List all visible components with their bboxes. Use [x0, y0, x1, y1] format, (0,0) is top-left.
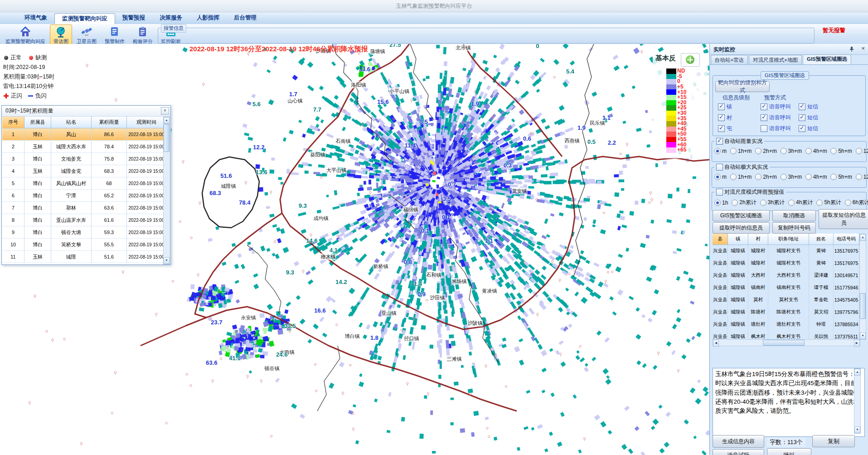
- radio-button[interactable]: [760, 200, 766, 206]
- table-row[interactable]: 11玉林城隍51.62022-08-19 15:00: [2, 251, 166, 263]
- rain-col-header[interactable]: 累积雨量: [92, 117, 127, 128]
- radio-button[interactable]: [856, 148, 862, 154]
- scroll-up-icon[interactable]: ▲: [854, 369, 860, 376]
- scroll-right-icon[interactable]: ▶: [854, 340, 860, 347]
- scroll-thumb[interactable]: [763, 340, 805, 346]
- radio-option[interactable]: 5h+m: [830, 148, 852, 154]
- close-icon[interactable]: ×: [161, 107, 169, 115]
- panel-tab-1[interactable]: 对流尺度模式+地图: [749, 55, 802, 64]
- toolbar-button-home[interactable]: 监测预警靶向叫应: [2, 24, 49, 46]
- checkbox-voice-call[interactable]: [761, 103, 767, 110]
- radio-button[interactable]: [845, 200, 851, 206]
- table-row[interactable]: 2玉林城隍大西水库78.42022-08-19 15:00: [2, 141, 166, 153]
- call-level-button[interactable]: 靶向叫应的级别和方式: [715, 81, 770, 92]
- menu-tab-0[interactable]: 环境气象: [17, 12, 54, 24]
- menu-tab-5[interactable]: 后台管理: [227, 12, 264, 24]
- message-scrollbar[interactable]: ▲▼: [854, 368, 861, 434]
- contact-row[interactable]: 兴业县城隍镇大西村大西村支书梁泽建130149571: [713, 269, 859, 282]
- checkbox-sms[interactable]: [799, 114, 805, 121]
- table-row[interactable]: 8博白亚山温罗水库61.62022-08-19 15:00: [2, 214, 166, 226]
- panel-header[interactable]: 实时监控 ×: [710, 44, 868, 55]
- scroll-down-icon[interactable]: ▼: [164, 257, 170, 264]
- radio-option[interactable]: 5h累计: [816, 199, 841, 206]
- scroll-down-icon[interactable]: ▼: [854, 426, 860, 433]
- radio-button[interactable]: [730, 174, 737, 180]
- cancel-select-button[interactable]: 取消圈选: [772, 210, 816, 221]
- contact-row[interactable]: 兴业县城隍镇塘肚村塘肚村支书钟塔137885534: [713, 318, 859, 331]
- radio-button[interactable]: [730, 148, 737, 154]
- radio-button[interactable]: [781, 148, 787, 154]
- radio-option[interactable]: 4h+m: [805, 174, 827, 180]
- checkbox-group[interactable]: [716, 189, 723, 196]
- scroll-left-icon[interactable]: ◀: [713, 340, 719, 347]
- contacts-col-header[interactable]: 职务/地址: [768, 234, 809, 245]
- table-row[interactable]: 6博白宁潭65.22022-08-19 15:00: [2, 190, 166, 202]
- checkbox-level[interactable]: [718, 114, 725, 121]
- checkbox-level[interactable]: [718, 103, 725, 110]
- checkbox-voice-call[interactable]: [761, 114, 767, 121]
- contacts-col-header[interactable]: 姓名: [809, 234, 834, 245]
- radio-button[interactable]: [755, 148, 761, 154]
- contacts-col-header[interactable]: 县: [713, 234, 728, 245]
- call-button[interactable]: 呼叫: [767, 448, 811, 455]
- checkbox-level[interactable]: [718, 125, 725, 132]
- contact-row[interactable]: 兴业县城隍镇城隍村城隍村支书黄铸135176975: [713, 257, 859, 269]
- radio-button[interactable]: [805, 174, 812, 180]
- toolbar-button-satellite[interactable]: 卫星云图: [73, 24, 100, 46]
- copy-button[interactable]: 复制: [812, 435, 855, 447]
- radio-button[interactable]: [830, 148, 837, 154]
- menu-tab-3[interactable]: 决策服务: [152, 12, 189, 24]
- gis-select-button[interactable]: GIS预警区域圈选: [713, 210, 770, 221]
- radio-button[interactable]: [714, 174, 721, 180]
- radio-option[interactable]: 12h+m: [856, 174, 868, 180]
- table-row[interactable]: 1博白凤山86.62022-08-19 15:00: [2, 128, 166, 141]
- contact-row[interactable]: 兴业县城隍镇城隍村城隍村支书黄铸135176975: [713, 245, 859, 257]
- rain-col-header[interactable]: 所属县: [24, 117, 51, 128]
- radio-button[interactable]: [788, 200, 795, 206]
- radio-button[interactable]: [755, 174, 761, 180]
- checkbox-group[interactable]: [716, 164, 723, 171]
- scroll-up-icon[interactable]: ▲: [860, 234, 866, 241]
- contacts-col-header[interactable]: 镇: [728, 234, 748, 245]
- radio-option[interactable]: 1h+m: [730, 148, 752, 154]
- radio-option[interactable]: 1h: [714, 200, 728, 206]
- table-row[interactable]: 9博白顿谷大塘59.32022-08-19 15:00: [2, 226, 166, 239]
- radio-button[interactable]: [714, 200, 721, 206]
- menu-tab-1[interactable]: 监测预警靶向叫应: [54, 13, 115, 25]
- contacts-col-header[interactable]: 村: [748, 234, 768, 245]
- radio-button[interactable]: [816, 200, 823, 206]
- radio-button[interactable]: [732, 200, 738, 206]
- radio-button[interactable]: [856, 174, 862, 180]
- extract-sms-button[interactable]: 提取发短信的信息员: [819, 209, 868, 229]
- toolbar-button-warning-doc[interactable]: 预警制作: [101, 24, 128, 46]
- panel-tab-0[interactable]: 自动站+雷达: [711, 55, 748, 64]
- table-row[interactable]: 7博白那林63.62022-08-19 15:00: [2, 202, 166, 214]
- toolbar-button-clipboard[interactable]: 检验评分: [129, 24, 156, 46]
- generate-message-button[interactable]: 生成信息内容: [713, 435, 764, 448]
- radio-button[interactable]: [714, 148, 721, 154]
- radio-option[interactable]: 3h+m: [781, 148, 802, 154]
- radio-option[interactable]: 3h累计: [760, 199, 785, 206]
- checkbox-group[interactable]: [716, 138, 723, 145]
- copy-number-button[interactable]: 复制呼叫号码: [772, 222, 816, 234]
- contacts-scrollbar[interactable]: ▲▼: [859, 234, 866, 340]
- table-row[interactable]: 4玉林城隍金党68.32022-08-19 15:00: [2, 165, 166, 177]
- warning-message-box[interactable]: 玉林市气象台19日5时15分发布暴雨橙色预警信号：4时以来兴业县城隍大西水库已出…: [713, 368, 865, 437]
- close-icon[interactable]: ×: [861, 45, 865, 52]
- menu-tab-4[interactable]: 人影指挥: [189, 12, 227, 24]
- rain-table-scrollbar[interactable]: ▲ ▼: [163, 117, 170, 264]
- radio-option[interactable]: 2h累计: [732, 199, 756, 206]
- rain-window-titlebar[interactable]: 03时~15时累积雨量: [2, 106, 170, 117]
- radio-option[interactable]: 5h+m: [830, 174, 852, 180]
- radio-option[interactable]: m: [714, 174, 727, 180]
- radio-option[interactable]: 4h+m: [805, 148, 827, 154]
- rain-col-header[interactable]: 观测时间: [127, 117, 166, 128]
- panel-tab-2[interactable]: GIS预警区域圈选: [803, 54, 851, 64]
- table-row[interactable]: 3博白文地姜充75.82022-08-19 15:00: [2, 153, 166, 165]
- radio-button[interactable]: [781, 174, 787, 180]
- contacts-col-header[interactable]: 电话号码: [834, 234, 859, 245]
- scroll-thumb[interactable]: [860, 293, 866, 319]
- scroll-up-icon[interactable]: ▲: [164, 117, 170, 124]
- contacts-hscrollbar[interactable]: ◀▶: [713, 339, 860, 346]
- table-row[interactable]: 5博白凤山镇凤山村682022-08-19 15:00: [2, 177, 166, 190]
